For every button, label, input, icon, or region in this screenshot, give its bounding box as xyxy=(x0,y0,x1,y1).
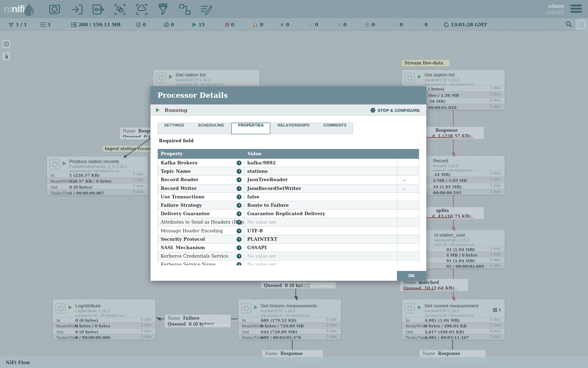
goto-service-icon[interactable]: → xyxy=(397,177,406,182)
operate-palette-button[interactable] xyxy=(1,51,11,61)
connection-label-unnamed[interactable]: Queued 0 (0 bytes) xyxy=(261,282,336,289)
processor-name: ct station_uuid xyxy=(434,232,503,238)
locally-modified-count: 0 xyxy=(337,18,346,31)
stop-and-configure-label: STOP & CONFIGURE xyxy=(378,108,420,113)
global-menu-button[interactable] xyxy=(570,5,582,14)
nifi-drop-icon xyxy=(23,2,35,18)
property-row[interactable]: Delivery Guarantee? Guarantee Replicated… xyxy=(158,210,419,218)
drag-template-icon[interactable] xyxy=(178,3,191,16)
dialog-tab[interactable]: RELATIONSHIPS xyxy=(271,123,316,134)
property-value[interactable]: stations xyxy=(244,167,397,175)
dialog-tab[interactable]: PROPERTIES xyxy=(231,123,270,134)
current-user-label: admin xyxy=(546,4,564,9)
property-name: Kerberos Credentials Service xyxy=(161,253,229,259)
property-value[interactable]: JsonTreeReader xyxy=(244,176,397,184)
help-icon[interactable]: ? xyxy=(237,177,241,182)
dialog-tab[interactable]: COMMENTS xyxy=(317,123,353,134)
property-value[interactable]: Route to Failure xyxy=(244,201,397,209)
processor-name: Get station list xyxy=(176,72,257,77)
drag-input-port-icon[interactable] xyxy=(70,3,84,16)
drag-processor-icon[interactable] xyxy=(48,3,61,16)
property-value[interactable]: No value set xyxy=(244,218,397,226)
stopped-count: 0 xyxy=(225,18,234,31)
property-row[interactable]: Kerberos Credentials Service? No value s… xyxy=(158,252,419,260)
processor-stat-row: Out644 (729.89 MB)5 min xyxy=(238,328,341,334)
processor-name: LogAttribute xyxy=(75,303,153,308)
help-icon[interactable]: ? xyxy=(237,211,241,216)
property-value[interactable]: No value set xyxy=(244,252,397,260)
property-name: Security Protocol xyxy=(161,237,205,242)
property-row[interactable]: Security Protocol? PLAINTEXT → xyxy=(158,235,419,244)
property-row[interactable]: Topic Name? stations → xyxy=(158,167,419,176)
ingest-station-records-label[interactable]: Ingest station records xyxy=(102,145,157,152)
processor-logattribute[interactable]: LogAttribute LogAttribute 1.16.3 org.apa… xyxy=(52,299,156,340)
connection-label-response[interactable]: Response d 1 (228.57 KB) xyxy=(418,127,484,139)
transmitting-status: 0 xyxy=(136,18,146,31)
help-icon[interactable]: ? xyxy=(237,237,241,242)
help-icon[interactable]: ? xyxy=(237,203,241,208)
processor-get-historic-measurements[interactable]: Get historic measurements InvokeHTTP 1.1… xyxy=(238,299,341,340)
connection-label-splits[interactable]: splits d 43 (10.75 KB) xyxy=(418,207,484,219)
processor-type: ateJsonPath 1.16.3 xyxy=(434,238,503,242)
navigate-palette-button[interactable] xyxy=(1,39,11,49)
property-name: Attributes to Send as Headers (Regex) xyxy=(161,219,244,225)
running-indicator-icon xyxy=(418,75,424,79)
value-column-header: Value xyxy=(245,149,398,159)
panel-toggle-button[interactable] xyxy=(577,20,586,29)
property-row[interactable]: Record Reader? JsonTreeReader → xyxy=(158,176,419,184)
property-column-header: Property xyxy=(158,149,245,159)
help-icon[interactable]: ? xyxy=(237,262,241,265)
property-row[interactable]: Use Transactions? false → xyxy=(158,193,419,201)
help-icon[interactable]: ? xyxy=(237,245,241,250)
property-row[interactable]: Record Writer? JsonRecordSetWriter → xyxy=(158,184,419,193)
last-refresh-time: 13:01:28 GMT xyxy=(451,22,487,27)
property-value[interactable]: Guarantee Replicated Delivery xyxy=(244,210,397,218)
property-row[interactable]: Kafka Brokers? kafka:9092 → xyxy=(158,159,419,167)
drag-output-port-icon[interactable] xyxy=(92,3,105,16)
processor-stat-row: Out0 (0 bytes)5 min xyxy=(47,183,148,189)
dialog-tab[interactable]: SCHEDULING xyxy=(191,123,231,134)
property-value[interactable]: UTF-8 xyxy=(244,227,397,235)
drag-funnel-icon[interactable] xyxy=(156,3,170,16)
breadcrumb[interactable]: NiFi Flow xyxy=(6,360,30,365)
goto-service-icon[interactable]: → xyxy=(397,185,406,191)
processor-get-current-measurement[interactable]: Get current measurement InvokeHTTP 1.16.… xyxy=(402,299,505,340)
property-row[interactable]: Failure Strategy? Route to Failure → xyxy=(158,201,419,210)
stream-live-data-label[interactable]: Stream live-data xyxy=(402,60,450,67)
processor-name: Produce station records xyxy=(69,159,146,164)
property-value[interactable]: false xyxy=(244,193,397,201)
stop-and-configure-button[interactable]: STOP & CONFIGURE xyxy=(370,104,420,116)
help-icon[interactable]: ? xyxy=(237,161,241,165)
gear-icon xyxy=(370,108,376,113)
processor-stat-row: Out3,817 (496.03 KB)5 min xyxy=(402,328,505,334)
processor-stat-row: Tasks/Time0 / 00:00:00.0005 min xyxy=(53,334,155,340)
connection-label-failure[interactable]: NameFailure Queued 0 (0 bytes) xyxy=(164,314,231,328)
drag-label-icon[interactable] xyxy=(200,3,213,16)
refresh-status[interactable]: 13:01:28 GMT xyxy=(444,18,487,31)
dialog-tab[interactable]: SETTINGS xyxy=(158,123,191,134)
drag-remote-process-group-icon[interactable] xyxy=(135,3,148,16)
property-row[interactable]: Message Header Encoding? UTF-8 → xyxy=(158,227,419,235)
property-row[interactable]: Attributes to Send as Headers (Regex)? N… xyxy=(158,218,419,226)
property-value[interactable]: No value set xyxy=(244,260,397,265)
property-value[interactable]: GSSAPI xyxy=(244,244,397,252)
drag-process-group-icon[interactable] xyxy=(113,3,127,16)
property-value[interactable]: PLAINTEXT xyxy=(244,235,397,243)
processor-produce-station-records[interactable]: Produce station records PublishKafkaReco… xyxy=(47,156,148,196)
help-icon[interactable]: ? xyxy=(237,195,241,199)
help-icon[interactable]: ? xyxy=(237,186,241,191)
property-value[interactable]: kafka:9092 xyxy=(244,159,397,167)
connection-name-value: matched xyxy=(419,280,439,285)
logout-link[interactable]: LOG OUT xyxy=(546,10,564,14)
search-icon[interactable] xyxy=(566,21,572,29)
property-row[interactable]: SASL Mechanism? GSSAPI → xyxy=(158,244,419,252)
property-row[interactable]: Kerberos Service Name? No value set → xyxy=(158,260,419,265)
property-value[interactable]: JsonRecordSetWriter xyxy=(244,184,397,192)
help-icon[interactable]: ? xyxy=(237,229,241,233)
help-icon[interactable]: ? xyxy=(237,254,241,259)
app-header: ninifi admin LOG OUT xyxy=(0,0,588,18)
help-icon[interactable]: ? xyxy=(237,169,241,174)
ok-button[interactable]: OK xyxy=(397,271,426,281)
property-name: Topic Name xyxy=(161,169,191,174)
properties-table: Property Value Kafka Brokers? kafka:9092… xyxy=(158,149,419,265)
